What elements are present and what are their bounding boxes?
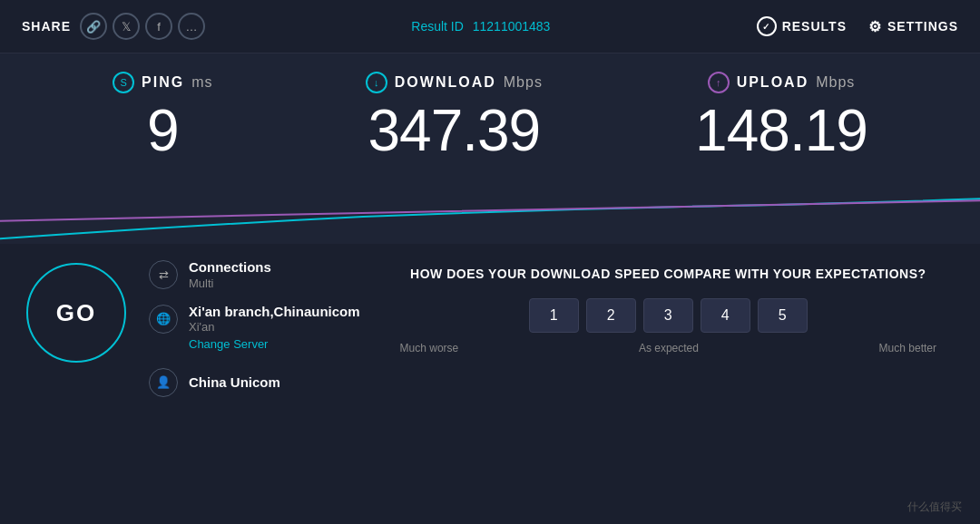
upload-stat: ↑ UPLOAD Mbps 148.19 — [695, 72, 867, 162]
server-info: ⇄ Connections Multi 🌐 Xi'an branch,China… — [149, 258, 360, 396]
ping-icon: S — [113, 72, 134, 93]
go-button-wrapper: GO — [22, 258, 131, 367]
watermark: 什么值得买 — [907, 500, 962, 515]
results-button[interactable]: ✓ RESULTS — [757, 16, 847, 36]
stats-area: S PING ms 9 ↓ DOWNLOAD Mbps 347.39 ↑ UPL… — [0, 53, 980, 171]
connections-icon: ⇄ — [149, 260, 178, 289]
upload-value: 148.19 — [695, 99, 867, 162]
server-globe-icon: 🌐 — [149, 305, 178, 334]
share-link-button[interactable]: 🔗 — [80, 13, 107, 40]
nav-buttons: ✓ RESULTS ⚙ SETTINGS — [757, 16, 958, 36]
upload-unit: Mbps — [816, 74, 855, 91]
rating-button-5[interactable]: 5 — [758, 298, 808, 333]
curve-area — [0, 171, 980, 244]
header: SHARE 🔗 𝕏 f … Result ID 11211001483 ✓ RE… — [0, 0, 980, 53]
upload-label: UPLOAD — [737, 74, 809, 91]
isp-name: China Unicom — [189, 374, 280, 390]
rating-label-as-expected: As expected — [639, 342, 699, 354]
rating-labels: Much worse As expected Much better — [397, 342, 940, 354]
gear-icon: ⚙ — [868, 18, 882, 35]
change-server-link[interactable]: Change Server — [189, 335, 360, 354]
rating-button-1[interactable]: 1 — [529, 298, 579, 333]
share-label: SHARE — [22, 19, 71, 34]
results-check-icon: ✓ — [757, 16, 777, 36]
ping-value: 9 — [113, 99, 212, 162]
ping-label: PING — [142, 74, 184, 91]
settings-button[interactable]: ⚙ SETTINGS — [868, 18, 958, 35]
download-icon: ↓ — [366, 72, 387, 93]
server-location: Xi'an — [189, 320, 360, 335]
result-id-section: Result ID 11211001483 — [411, 19, 550, 34]
download-value: 347.39 — [366, 99, 543, 162]
isp-icon: 👤 — [149, 368, 178, 397]
rating-label-much-better: Much better — [879, 342, 936, 354]
share-facebook-button[interactable]: f — [145, 13, 172, 40]
connections-value: Multi — [189, 277, 271, 292]
result-id-value[interactable]: 11211001483 — [473, 19, 551, 34]
connections-row: ⇄ Connections Multi — [149, 258, 360, 291]
share-icons: 🔗 𝕏 f … — [80, 13, 205, 40]
rating-buttons: 1 2 3 4 5 — [397, 298, 940, 333]
server-content: Xi'an branch,Chinaunicom Xi'an Change Se… — [189, 303, 360, 354]
settings-label: SETTINGS — [887, 19, 958, 34]
download-unit: Mbps — [504, 74, 543, 91]
download-stat: ↓ DOWNLOAD Mbps 347.39 — [366, 72, 543, 162]
server-row: 🌐 Xi'an branch,Chinaunicom Xi'an Change … — [149, 303, 360, 354]
rating-section: HOW DOES YOUR DOWNLOAD SPEED COMPARE WIT… — [378, 258, 958, 362]
rating-button-4[interactable]: 4 — [701, 298, 750, 333]
ping-unit: ms — [191, 74, 212, 91]
rating-label-much-worse: Much worse — [400, 342, 459, 354]
rating-button-3[interactable]: 3 — [643, 298, 693, 333]
results-label: RESULTS — [782, 19, 847, 34]
connections-content: Connections Multi — [189, 258, 271, 291]
share-section: SHARE 🔗 𝕏 f … — [22, 13, 205, 40]
share-twitter-button[interactable]: 𝕏 — [113, 13, 140, 40]
isp-row: 👤 China Unicom — [149, 368, 360, 397]
ping-stat: S PING ms 9 — [113, 72, 212, 162]
rating-question: HOW DOES YOUR DOWNLOAD SPEED COMPARE WIT… — [397, 266, 940, 284]
download-label: DOWNLOAD — [395, 74, 496, 91]
bottom-section: GO ⇄ Connections Multi 🌐 Xi'an branch,Ch… — [0, 244, 980, 411]
share-more-button[interactable]: … — [178, 13, 205, 40]
go-button[interactable]: GO — [26, 263, 126, 363]
result-id-prefix: Result ID — [411, 19, 464, 34]
upload-icon: ↑ — [708, 72, 730, 93]
connections-label: Connections — [189, 258, 271, 277]
rating-button-2[interactable]: 2 — [586, 298, 636, 333]
server-name: Xi'an branch,Chinaunicom — [189, 303, 360, 321]
